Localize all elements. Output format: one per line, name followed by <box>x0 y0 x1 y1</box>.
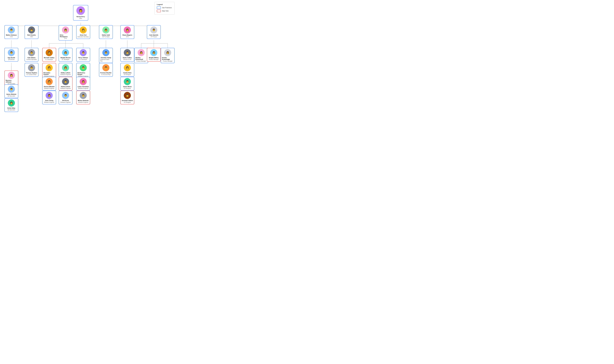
node-jeremiah: 👨Jeremiah OaktonUX Designer <box>120 91 134 104</box>
name-gianni: Gianni Block <box>123 86 132 88</box>
card-brigida[interactable]: 👩Brigida WitheyProduct Manager <box>147 48 161 62</box>
card-bernelle[interactable]: 👩Bernelle CubleySr. Developer <box>42 48 56 62</box>
name-mickey: Mickey Neilands <box>78 100 89 101</box>
node-dathyl: 👩Dathyl JuddSVP of Sales <box>99 25 113 39</box>
card-dorena[interactable]: 👩Dorena WhebellSoftware Engineer <box>42 77 56 91</box>
card-kyle[interactable]: 👨Kyle AdamsContent Specialist <box>25 48 39 62</box>
avatar-birgitta: 👩 <box>62 49 69 56</box>
node-thomas: 👨Thomas HopkinsSr. Content Writer <box>25 63 39 77</box>
name-bernelle: Bernelle Cubley <box>44 57 54 59</box>
card-ugo[interactable]: 👨Ugo DuckitQA Director <box>4 48 18 62</box>
title-dathyl: SVP of Sales <box>102 36 110 38</box>
name-phil: Phil Acres <box>62 100 69 101</box>
card-jeremiah[interactable]: 👨Jeremiah OaktonUX Designer <box>120 91 134 104</box>
name-dathyl: Dathyl Judd <box>102 34 110 36</box>
node-freeman: 👨Freeman BeuhlerSr. Account Rep <box>99 63 113 77</box>
card-cto[interactable]: 👩Erica RomagueraCTO <box>59 25 72 40</box>
node-bernelle: 👩Bernelle CubleySr. Developer <box>42 48 56 62</box>
title-emily: QA Specialist <box>8 109 15 111</box>
avatar-bernadine: 👩 <box>46 64 53 71</box>
title-holmes: Software Engineer <box>60 88 71 89</box>
avatar-irwin: 👨 <box>150 26 157 34</box>
card-holmes[interactable]: 👨Holmes DeverSoftware Engineer <box>59 77 72 91</box>
card-phil[interactable]: 👨Phil AcresSoftware Engineer <box>59 91 72 104</box>
card-cmo[interactable]: 👨Bent GrashaCMO <box>25 25 39 39</box>
title-dante: Director of UX <box>123 59 131 60</box>
card-kendra[interactable]: 👩Kendra ScrammageProduct Manager <box>161 48 175 63</box>
card-gianni[interactable]: 👨Gianni BlockUX Designer <box>120 77 134 91</box>
card-bernadine[interactable]: 👩Bernadine GodsellSoftware Engineer <box>42 63 56 78</box>
card-laney[interactable]: 👩Laney ChristmasSoftware Engineer <box>76 77 90 91</box>
avatar-dorena: 👩 <box>46 78 53 85</box>
node-anna: 👩Anna YostExecutive Secretary <box>76 25 90 39</box>
title-freeman: Sr. Account Rep <box>101 74 110 75</box>
name-james: James Webster <box>6 93 16 95</box>
avatar-berkley: 👩 <box>138 49 145 56</box>
card-dathyl[interactable]: 👩Dathyl JuddSVP of Sales <box>99 25 113 39</box>
avatar-phil: 👨 <box>62 92 69 99</box>
card-bartholemy[interactable]: 👨Bartholemy DurganSoftware Engineer <box>76 63 90 78</box>
card-anna[interactable]: 👩Anna YostExecutive Secretary <box>76 25 90 39</box>
node-kendra: 👩Kendra ScrammageProduct Manager <box>161 48 175 63</box>
title-cmo: CMO <box>30 36 33 38</box>
name-bernadine: Bernadine Godsell <box>43 72 55 75</box>
name-irwin: Irwin Spinello <box>149 34 158 36</box>
title-phil: Software Engineer <box>60 102 71 103</box>
name-anna: Anna Yost <box>80 34 86 36</box>
title-bernelle: Sr. Developer <box>45 59 53 60</box>
card-shana[interactable]: 👩Shana MaguireCFO <box>120 25 134 39</box>
name-kendra: Kendra Scrammage <box>162 57 173 60</box>
card-berkley[interactable]: 👩Berkley EsherwoodProduct Manager <box>134 48 148 63</box>
node-camila: 👩Camila HintzUX Designer <box>120 63 134 77</box>
legend-ny: New York <box>157 10 172 12</box>
name-christian: Christian Vandy <box>101 57 111 59</box>
legend-red-box <box>157 10 161 12</box>
name-shana: Shana Maguire <box>123 34 132 36</box>
avatar-beyonce: 👩 <box>8 72 15 79</box>
name-jonis: Jonis Thring <box>45 100 53 101</box>
card-irwin[interactable]: 👨Irwin SpinelloVP Product <box>147 25 161 39</box>
name-jeremiah: Jeremiah Oakton <box>122 100 133 101</box>
card-freeman[interactable]: 👨Freeman BeuhlerSr. Account Rep <box>99 63 113 77</box>
name-ugo: Ugo Duckit <box>8 57 15 59</box>
node-ugo: 👨Ugo DuckitQA Director <box>4 48 18 62</box>
avatar-debby: 👩 <box>62 64 69 71</box>
node-birgitta: 👩Birgitta RosoniSr. Developer <box>59 48 72 62</box>
card-dante[interactable]: 👨Dante CollinsDirector of UX <box>120 48 134 62</box>
card-camila[interactable]: 👩Camila HintzUX Designer <box>120 63 134 77</box>
avatar-dante: 👨 <box>124 49 131 56</box>
title-jonis: Software Engineer <box>44 102 54 103</box>
card-debby[interactable]: 👩Debby LethemSoftware Engineer <box>59 63 72 77</box>
name-holmes: Holmes Dever <box>61 86 70 88</box>
card-ceo[interactable]: 👩Norma PerryCEO <box>73 5 88 21</box>
name-ceo: Norma Perry <box>77 16 85 17</box>
card-james[interactable]: 👨James WebsterQA Specialist <box>4 84 18 98</box>
avatar-mickey: 👨 <box>80 92 87 99</box>
avatar-laney: 👩 <box>80 78 87 85</box>
card-birgitta[interactable]: 👩Birgitta RosoniSr. Developer <box>59 48 72 62</box>
card-emily[interactable]: 👩Emily AldayQA Specialist <box>4 98 18 112</box>
node-shana: 👩Shana MaguireCFO <box>120 25 134 39</box>
name-emily: Emily Alday <box>7 107 15 109</box>
node-phil: 👨Phil AcresSoftware Engineer <box>59 91 72 104</box>
card-percy[interactable]: 👨Percy VeltmanSr. Developer <box>76 48 90 62</box>
name-berkley: Berkley Esherwood <box>136 57 147 60</box>
node-cto: 👩Erica RomagueraCTO <box>59 25 72 40</box>
card-christian[interactable]: 👨Christian VandyOutbound Sales Rep <box>99 48 113 63</box>
avatar-bartholemy: 👨 <box>80 64 87 71</box>
card-mickey[interactable]: 👨Mickey NeilandsSoftware Engineer <box>76 91 90 104</box>
node-emily: 👩Emily AldayQA Specialist <box>4 98 18 112</box>
title-irwin: VP Product <box>151 36 157 38</box>
card-thomas[interactable]: 👨Thomas HopkinsSr. Content Writer <box>25 63 39 77</box>
avatar-shana: 👩 <box>124 26 131 34</box>
title-christian: Outbound Sales Rep <box>100 59 111 62</box>
card-jonis[interactable]: 👩Jonis ThringSoftware Engineer <box>42 91 56 104</box>
name-beyonce: Beyonce Johnson <box>6 79 17 83</box>
legend-ny-label: New York <box>162 10 168 12</box>
node-dorena: 👩Dorena WhebellSoftware Engineer <box>42 77 56 91</box>
avatar-bernelle: 👩 <box>46 49 53 56</box>
card-coo[interactable]: 👨Matteo GobeauxCOO <box>4 25 18 39</box>
title-thomas: Sr. Content Writer <box>27 74 36 75</box>
card-beyonce[interactable]: 👩Beyonce JohnsonQA Specialist <box>4 70 18 86</box>
avatar-emily: 👩 <box>8 100 15 106</box>
